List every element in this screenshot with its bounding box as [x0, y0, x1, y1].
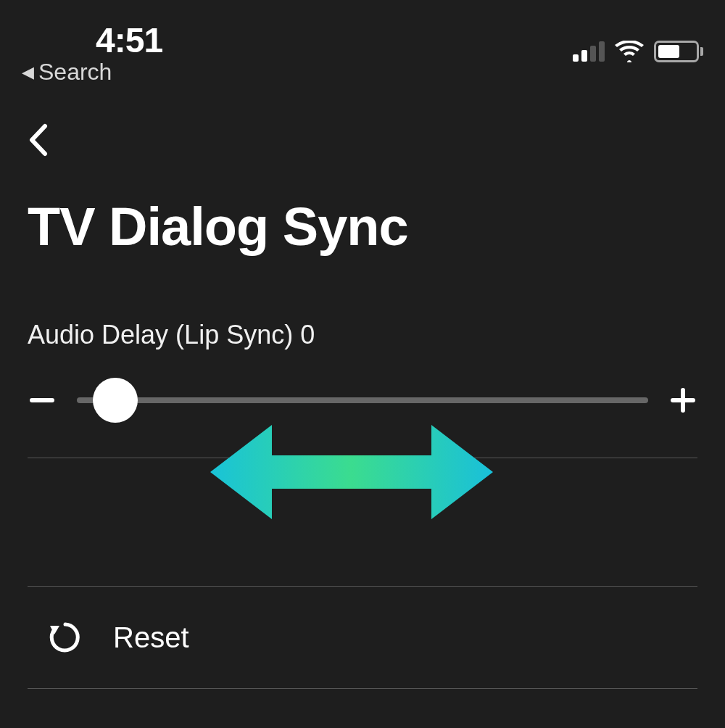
breadcrumb-back[interactable]: ◀ Search: [22, 59, 162, 86]
slider-track: [77, 397, 648, 403]
increase-button[interactable]: [668, 386, 697, 415]
wifi-icon: [615, 41, 644, 62]
drag-hint-arrow-icon: [210, 418, 493, 529]
breadcrumb-label: Search: [38, 59, 112, 86]
status-bar: 4:51 ◀ Search: [0, 0, 725, 80]
status-time: 4:51: [96, 20, 162, 60]
cellular-signal-icon: [573, 41, 605, 62]
caret-left-icon: ◀: [22, 63, 34, 82]
reset-button[interactable]: Reset: [0, 587, 725, 688]
slider-row: [28, 378, 697, 423]
audio-delay-section: Audio Delay (Lip Sync) 0: [0, 257, 725, 423]
svg-marker-4: [210, 425, 493, 519]
slider-label: Audio Delay (Lip Sync): [28, 320, 293, 350]
chevron-left-icon: [28, 123, 48, 157]
status-right: [573, 41, 703, 62]
back-button[interactable]: [0, 80, 725, 160]
slider-label-row: Audio Delay (Lip Sync) 0: [28, 320, 697, 350]
page-title: TV Dialog Sync: [0, 160, 725, 257]
battery-icon: [654, 41, 703, 62]
minus-icon: [28, 386, 57, 415]
divider: [28, 688, 697, 689]
decrease-button[interactable]: [28, 386, 57, 415]
plus-icon: [668, 386, 697, 415]
reset-icon: [48, 620, 83, 655]
reset-label: Reset: [113, 621, 189, 654]
audio-delay-slider[interactable]: [77, 378, 648, 423]
divider: [28, 458, 697, 458]
slider-value: 0: [300, 320, 315, 350]
slider-thumb[interactable]: [93, 378, 138, 423]
status-left: 4:51 ◀ Search: [22, 20, 162, 86]
